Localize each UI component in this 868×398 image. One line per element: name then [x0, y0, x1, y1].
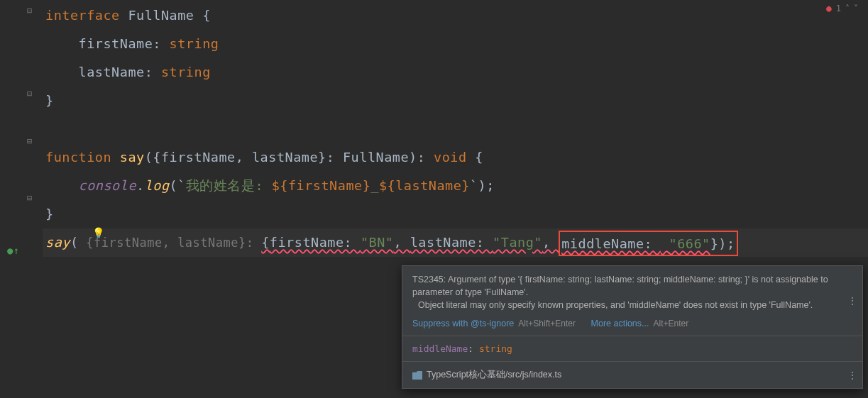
type-signature: middleName: string: [412, 343, 512, 354]
fold-icon[interactable]: ⊟: [27, 6, 32, 16]
code-line: firstName: string: [43, 30, 868, 58]
more-actions-link[interactable]: More actions...: [591, 319, 649, 328]
code-line: say( {firstName, lastName}: {firstName: …: [43, 228, 868, 257]
error-tooltip: TS2345: Argument of type '{ firstName: s…: [402, 265, 863, 389]
kebab-icon[interactable]: ⋮: [847, 295, 857, 306]
error-message: TS2345: Argument of type '{ firstName: s…: [412, 273, 852, 299]
code-line: console.log(`我的姓名是: ${firstName}_${lastN…: [43, 172, 868, 200]
shortcut-hint: Alt+Enter: [654, 319, 689, 328]
fold-icon[interactable]: ⊟: [27, 193, 32, 203]
fold-icon[interactable]: ⊟: [27, 136, 32, 146]
intention-bulb-icon[interactable]: 💡: [92, 227, 104, 238]
run-gutter-icon[interactable]: ●↑: [7, 245, 19, 256]
suppress-link[interactable]: Suppress with @ts-ignore: [412, 319, 514, 328]
code-line: interface FullName {: [43, 1, 868, 30]
file-path: TypeScript核心基础/src/js/index.ts: [427, 369, 561, 381]
problems-badge[interactable]: ● 1 ˄ ˅: [826, 3, 858, 13]
chevron-down-icon[interactable]: ˅: [854, 4, 858, 13]
kebab-icon[interactable]: ⋮: [847, 370, 857, 381]
editor-gutter: ⊟ ⊟ ⊟ ⊟ ●↑: [0, 0, 43, 398]
folder-icon: [412, 371, 422, 380]
shortcut-hint: Alt+Shift+Enter: [518, 319, 576, 328]
fold-icon[interactable]: ⊟: [27, 89, 32, 99]
code-line: lastName: string: [43, 58, 868, 87]
code-line: [43, 115, 868, 143]
error-highlight-box: middleName: "666"});: [559, 231, 737, 256]
error-count: 1: [836, 4, 841, 13]
code-line: }: [43, 87, 868, 115]
code-line: }: [43, 200, 868, 228]
error-dot-icon: ●: [826, 3, 832, 13]
chevron-up-icon[interactable]: ˄: [845, 4, 850, 13]
error-message-detail: Object literal may only specify known pr…: [412, 299, 852, 311]
code-line: function say({firstName, lastName}: Full…: [43, 143, 868, 172]
